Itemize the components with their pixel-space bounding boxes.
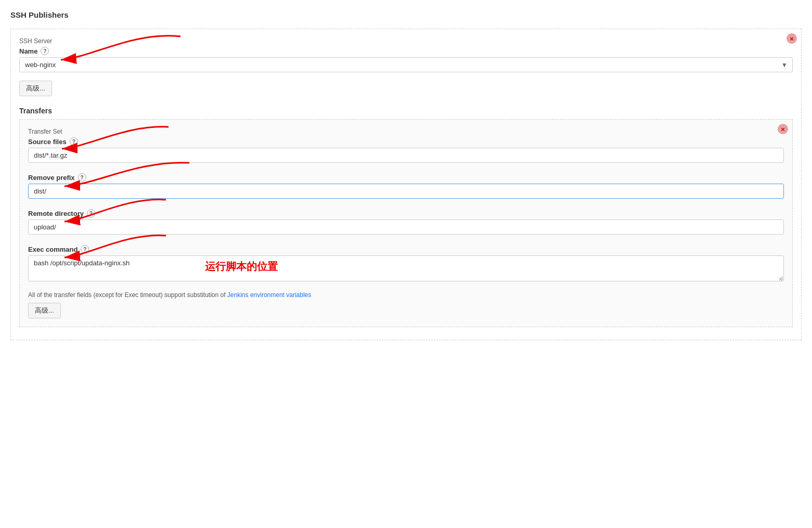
remote-directory-group: Remote directory ?: [28, 209, 784, 235]
name-help-icon[interactable]: ?: [41, 47, 49, 55]
resize-icon: ⤡: [779, 276, 783, 282]
ssh-server-close-btn[interactable]: ×: [787, 33, 797, 44]
source-files-input[interactable]: [28, 148, 784, 163]
remote-directory-help-icon[interactable]: ?: [87, 209, 95, 217]
remove-prefix-input[interactable]: [28, 184, 784, 199]
remote-directory-label: Remote directory ?: [28, 209, 784, 217]
remove-prefix-group: Remove prefix ?: [28, 173, 784, 199]
name-select-wrapper: web-nginx ▼: [19, 57, 793, 72]
exec-command-group: Exec command ? bash /opt/script/updata-n…: [28, 245, 784, 283]
source-files-label: Source files ?: [28, 137, 784, 146]
remote-directory-input[interactable]: [28, 220, 784, 235]
ssh-publishers-title: SSH Publishers: [0, 5, 812, 24]
exec-command-textarea[interactable]: bash /opt/script/updata-nginx.sh: [28, 255, 784, 281]
ssh-server-box: × SSH Server Name ? web-nginx ▼: [10, 29, 802, 340]
transfer-set-sublabel: Transfer Set: [28, 128, 784, 135]
info-text: All of the transfer fields (except for E…: [28, 291, 784, 299]
ssh-server-sublabel: SSH Server: [19, 37, 793, 45]
exec-command-help-icon[interactable]: ?: [81, 245, 89, 253]
source-files-group: Source files ?: [28, 137, 784, 163]
remove-prefix-label: Remove prefix ?: [28, 173, 784, 182]
exec-command-label: Exec command ?: [28, 245, 784, 253]
transfer-set-close-btn[interactable]: ×: [778, 124, 788, 134]
name-label: Name ?: [19, 47, 793, 55]
name-field-group: Name ? web-nginx ▼: [19, 47, 793, 72]
advanced-btn-2[interactable]: 高级...: [28, 303, 61, 318]
transfer-set-box: × Transfer Set Source files ?: [19, 119, 793, 327]
transfers-label: Transfers: [19, 107, 793, 115]
jenkins-env-vars-link[interactable]: Jenkins environment variables: [227, 291, 311, 299]
name-select[interactable]: web-nginx: [19, 57, 793, 72]
advanced-btn-1[interactable]: 高级...: [19, 81, 52, 96]
source-files-help-icon[interactable]: ?: [70, 137, 78, 146]
remove-prefix-help-icon[interactable]: ?: [78, 173, 86, 182]
